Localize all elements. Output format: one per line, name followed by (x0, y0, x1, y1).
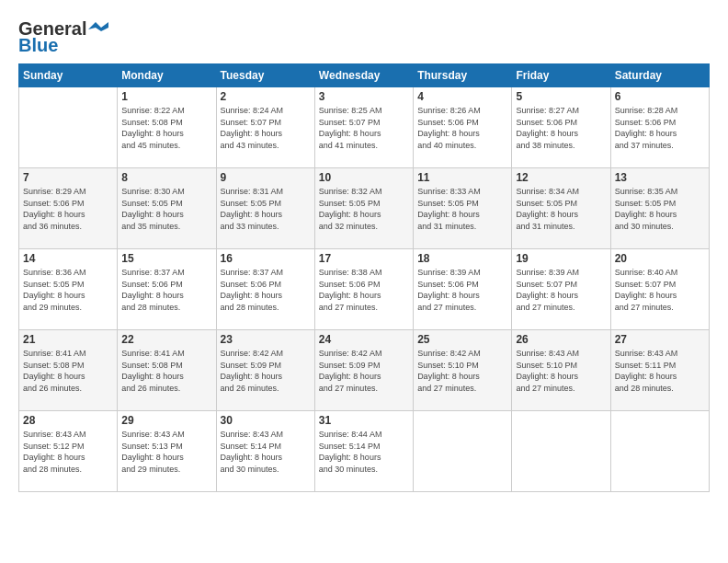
calendar-cell: 16Sunrise: 8:37 AM Sunset: 5:06 PM Dayli… (216, 249, 314, 330)
day-number: 23 (221, 333, 311, 346)
calendar-cell: 15Sunrise: 8:37 AM Sunset: 5:06 PM Dayli… (118, 249, 216, 330)
day-number: 29 (121, 414, 211, 427)
cell-data: Sunrise: 8:42 AM Sunset: 5:09 PM Dayligh… (319, 348, 409, 394)
col-header-tuesday: Tuesday (216, 64, 314, 87)
col-header-friday: Friday (512, 64, 610, 87)
cell-data: Sunrise: 8:39 AM Sunset: 5:06 PM Dayligh… (417, 267, 507, 313)
cell-data: Sunrise: 8:26 AM Sunset: 5:06 PM Dayligh… (417, 105, 507, 151)
day-number: 11 (417, 171, 507, 184)
calendar-cell: 12Sunrise: 8:34 AM Sunset: 5:05 PM Dayli… (512, 168, 610, 249)
calendar-cell: 11Sunrise: 8:33 AM Sunset: 5:05 PM Dayli… (414, 168, 512, 249)
day-number: 1 (121, 90, 211, 103)
calendar-cell: 13Sunrise: 8:35 AM Sunset: 5:05 PM Dayli… (610, 168, 709, 249)
col-header-saturday: Saturday (610, 64, 709, 87)
week-row-2: 7Sunrise: 8:29 AM Sunset: 5:06 PM Daylig… (19, 168, 710, 249)
week-row-5: 28Sunrise: 8:43 AM Sunset: 5:12 PM Dayli… (19, 411, 710, 492)
day-number: 14 (23, 252, 113, 265)
calendar-cell (19, 87, 118, 168)
day-number: 13 (615, 171, 705, 184)
calendar-cell: 20Sunrise: 8:40 AM Sunset: 5:07 PM Dayli… (610, 249, 709, 330)
week-row-4: 21Sunrise: 8:41 AM Sunset: 5:08 PM Dayli… (19, 330, 710, 411)
calendar-cell: 1Sunrise: 8:22 AM Sunset: 5:08 PM Daylig… (118, 87, 216, 168)
day-number: 7 (23, 171, 113, 184)
cell-data: Sunrise: 8:36 AM Sunset: 5:05 PM Dayligh… (23, 267, 113, 313)
svg-marker-0 (88, 22, 108, 31)
logo-blue: Blue (18, 36, 58, 54)
cell-data: Sunrise: 8:34 AM Sunset: 5:05 PM Dayligh… (516, 186, 606, 232)
day-number: 31 (319, 414, 409, 427)
col-header-sunday: Sunday (19, 64, 118, 87)
cell-data: Sunrise: 8:40 AM Sunset: 5:07 PM Dayligh… (615, 267, 705, 313)
calendar-cell: 30Sunrise: 8:43 AM Sunset: 5:14 PM Dayli… (216, 411, 314, 492)
cell-data: Sunrise: 8:41 AM Sunset: 5:08 PM Dayligh… (23, 348, 113, 394)
calendar-cell: 27Sunrise: 8:43 AM Sunset: 5:11 PM Dayli… (610, 330, 709, 411)
cell-data: Sunrise: 8:31 AM Sunset: 5:05 PM Dayligh… (221, 186, 311, 232)
day-number: 3 (319, 90, 409, 103)
calendar-cell: 5Sunrise: 8:27 AM Sunset: 5:06 PM Daylig… (512, 87, 610, 168)
calendar-cell: 19Sunrise: 8:39 AM Sunset: 5:07 PM Dayli… (512, 249, 610, 330)
calendar-cell: 18Sunrise: 8:39 AM Sunset: 5:06 PM Dayli… (414, 249, 512, 330)
calendar-cell: 8Sunrise: 8:30 AM Sunset: 5:05 PM Daylig… (118, 168, 216, 249)
header: General Blue (18, 18, 710, 54)
cell-data: Sunrise: 8:44 AM Sunset: 5:14 PM Dayligh… (319, 429, 409, 475)
cell-data: Sunrise: 8:28 AM Sunset: 5:06 PM Dayligh… (615, 105, 705, 151)
calendar-table: SundayMondayTuesdayWednesdayThursdayFrid… (18, 63, 710, 492)
cell-data: Sunrise: 8:43 AM Sunset: 5:12 PM Dayligh… (23, 429, 113, 475)
calendar-cell: 9Sunrise: 8:31 AM Sunset: 5:05 PM Daylig… (216, 168, 314, 249)
col-header-monday: Monday (118, 64, 216, 87)
calendar-cell: 24Sunrise: 8:42 AM Sunset: 5:09 PM Dayli… (314, 330, 413, 411)
calendar-cell: 21Sunrise: 8:41 AM Sunset: 5:08 PM Dayli… (19, 330, 118, 411)
day-number: 28 (23, 414, 113, 427)
day-number: 19 (516, 252, 606, 265)
cell-data: Sunrise: 8:43 AM Sunset: 5:10 PM Dayligh… (516, 348, 606, 394)
calendar-cell (512, 411, 610, 492)
day-number: 2 (221, 90, 311, 103)
calendar-cell: 10Sunrise: 8:32 AM Sunset: 5:05 PM Dayli… (314, 168, 413, 249)
logo-bird-icon (88, 22, 108, 37)
col-header-thursday: Thursday (414, 64, 512, 87)
calendar-cell: 7Sunrise: 8:29 AM Sunset: 5:06 PM Daylig… (19, 168, 118, 249)
day-number: 18 (417, 252, 507, 265)
header-row: SundayMondayTuesdayWednesdayThursdayFrid… (19, 64, 710, 87)
page: General Blue SundayMondayTuesdayWednesda… (0, 0, 728, 563)
calendar-cell: 23Sunrise: 8:42 AM Sunset: 5:09 PM Dayli… (216, 330, 314, 411)
day-number: 30 (221, 414, 311, 427)
week-row-3: 14Sunrise: 8:36 AM Sunset: 5:05 PM Dayli… (19, 249, 710, 330)
cell-data: Sunrise: 8:37 AM Sunset: 5:06 PM Dayligh… (221, 267, 311, 313)
day-number: 22 (121, 333, 211, 346)
day-number: 24 (319, 333, 409, 346)
cell-data: Sunrise: 8:43 AM Sunset: 5:13 PM Dayligh… (121, 429, 211, 475)
cell-data: Sunrise: 8:38 AM Sunset: 5:06 PM Dayligh… (319, 267, 409, 313)
calendar-cell (610, 411, 709, 492)
cell-data: Sunrise: 8:42 AM Sunset: 5:10 PM Dayligh… (417, 348, 507, 394)
day-number: 21 (23, 333, 113, 346)
day-number: 6 (615, 90, 705, 103)
cell-data: Sunrise: 8:43 AM Sunset: 5:11 PM Dayligh… (615, 348, 705, 394)
day-number: 15 (121, 252, 211, 265)
col-header-wednesday: Wednesday (314, 64, 413, 87)
logo: General Blue (18, 18, 108, 54)
day-number: 9 (221, 171, 311, 184)
cell-data: Sunrise: 8:42 AM Sunset: 5:09 PM Dayligh… (221, 348, 311, 394)
calendar-cell: 17Sunrise: 8:38 AM Sunset: 5:06 PM Dayli… (314, 249, 413, 330)
day-number: 4 (417, 90, 507, 103)
calendar-cell: 3Sunrise: 8:25 AM Sunset: 5:07 PM Daylig… (314, 87, 413, 168)
calendar-cell: 6Sunrise: 8:28 AM Sunset: 5:06 PM Daylig… (610, 87, 709, 168)
calendar-cell: 26Sunrise: 8:43 AM Sunset: 5:10 PM Dayli… (512, 330, 610, 411)
calendar-cell: 14Sunrise: 8:36 AM Sunset: 5:05 PM Dayli… (19, 249, 118, 330)
cell-data: Sunrise: 8:30 AM Sunset: 5:05 PM Dayligh… (121, 186, 211, 232)
cell-data: Sunrise: 8:39 AM Sunset: 5:07 PM Dayligh… (516, 267, 606, 313)
calendar-cell (414, 411, 512, 492)
cell-data: Sunrise: 8:35 AM Sunset: 5:05 PM Dayligh… (615, 186, 705, 232)
cell-data: Sunrise: 8:37 AM Sunset: 5:06 PM Dayligh… (121, 267, 211, 313)
cell-data: Sunrise: 8:24 AM Sunset: 5:07 PM Dayligh… (221, 105, 311, 151)
cell-data: Sunrise: 8:33 AM Sunset: 5:05 PM Dayligh… (417, 186, 507, 232)
cell-data: Sunrise: 8:27 AM Sunset: 5:06 PM Dayligh… (516, 105, 606, 151)
week-row-1: 1Sunrise: 8:22 AM Sunset: 5:08 PM Daylig… (19, 87, 710, 168)
calendar-cell: 22Sunrise: 8:41 AM Sunset: 5:08 PM Dayli… (118, 330, 216, 411)
day-number: 27 (615, 333, 705, 346)
day-number: 8 (121, 171, 211, 184)
cell-data: Sunrise: 8:22 AM Sunset: 5:08 PM Dayligh… (121, 105, 211, 151)
calendar-cell: 28Sunrise: 8:43 AM Sunset: 5:12 PM Dayli… (19, 411, 118, 492)
day-number: 25 (417, 333, 507, 346)
